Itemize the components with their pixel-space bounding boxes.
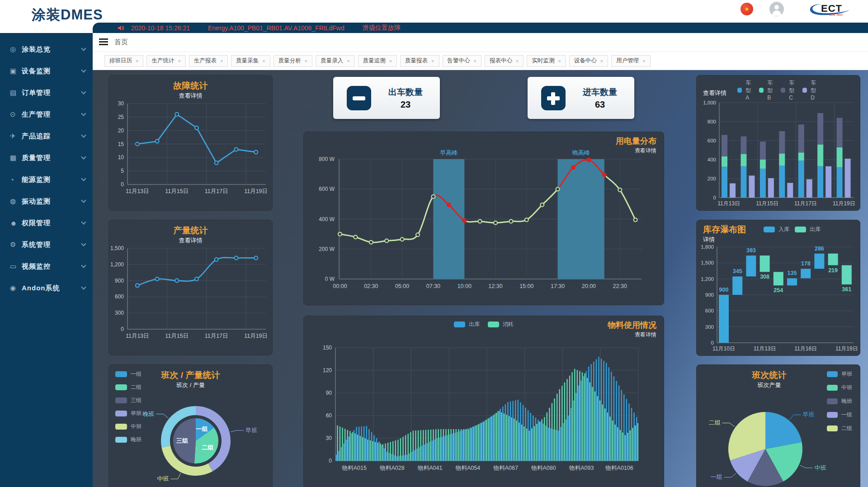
close-icon[interactable]: × [558,58,561,64]
close-icon[interactable]: × [431,58,434,64]
svg-text:300: 300 [705,324,714,330]
close-icon[interactable]: × [262,58,265,64]
breadcrumb-home[interactable]: 首页 [114,38,128,47]
card-label: 进车数量 [566,86,634,98]
svg-text:600: 600 [705,308,714,313]
svg-text:900: 900 [115,278,124,284]
svg-text:物料A054: 物料A054 [455,465,480,471]
sidebar-item-10[interactable]: ▭视频监控 [0,255,93,277]
tab-1[interactable]: 生产统计× [146,55,185,67]
svg-text:11月17日: 11月17日 [794,200,817,207]
svg-text:11月19日: 11月19日 [244,333,268,339]
sidebar-item-5[interactable]: ▦质量管理 [0,147,93,169]
chevron-down-icon [81,46,86,51]
sidebar-item-label: 订单管理 [22,89,82,97]
sidebar-item-7[interactable]: ◍振动监测 [0,190,93,212]
tab-label: 用户管理 [616,57,639,65]
close-icon[interactable]: × [474,58,476,64]
tab-11[interactable]: 设备中心× [569,55,608,67]
minus-icon[interactable] [347,86,371,110]
svg-text:11月17日: 11月17日 [205,333,228,339]
svg-text:0: 0 [713,195,716,200]
tab-12[interactable]: 用户管理× [611,55,650,67]
hamburger-menu-icon[interactable] [99,38,108,47]
ect-company-logo: ECT Inno Tech [808,2,854,17]
svg-text:11月13日: 11月13日 [126,188,149,194]
tab-9[interactable]: 报表中心× [485,55,524,67]
tab-6[interactable]: 质量追溯× [358,55,397,67]
svg-text:07:30: 07:30 [426,283,440,289]
tab-2[interactable]: 生产报表× [189,55,228,67]
sidebar-item-2[interactable]: ▤订单管理 [0,82,93,104]
svg-text:中班: 中班 [815,464,826,471]
plus-icon[interactable] [541,86,566,110]
sidebar-item-8[interactable]: ☻权限管理 [0,212,93,234]
svg-text:120: 120 [323,367,332,374]
tab-label: 告警中心 [448,57,470,65]
svg-text:11月19日: 11月19日 [244,188,268,194]
panel-shift-output: 班次 / 产量统计 班次 / 产量 一组二组三组早班中班晚班 早班中班晚班一组二… [108,364,273,487]
close-icon[interactable]: × [305,58,307,64]
tab-4[interactable]: 质量分析× [274,55,312,67]
svg-text:600: 600 [708,138,716,143]
sidebar-item-3[interactable]: ⊙生产管理 [0,104,93,125]
tab-label: 质量录入 [321,57,343,65]
close-icon[interactable]: × [516,58,519,64]
svg-text:11月13日: 11月13日 [754,345,776,352]
close-icon[interactable]: × [220,58,223,64]
sidebar-item-1[interactable]: ▣设备监测 [0,60,93,82]
svg-text:600 W: 600 W [319,186,335,192]
user-avatar[interactable] [769,2,784,16]
tab-3[interactable]: 质量采集× [231,55,270,67]
eye-icon: ◎ [10,45,22,53]
sidebar-item-label: 能源监测 [22,175,82,184]
user-icon: ☻ [10,219,22,227]
plane-icon: ✈ [10,132,22,140]
svg-text:393: 393 [746,247,756,254]
tab-5[interactable]: 质量录入× [316,55,354,67]
svg-text:20:00: 20:00 [582,283,596,289]
chevron-down-icon [81,176,86,181]
svg-text:晚班: 晚班 [142,411,154,417]
close-icon[interactable]: × [389,58,392,64]
close-icon[interactable]: × [347,58,349,64]
svg-text:0: 0 [329,458,332,464]
sidebar-item-11[interactable]: ◉Andon系统 [0,277,93,299]
alert-tag: Energy.A100_PB01_RB01.AV.A1006_FRtLdFwd [208,24,344,32]
sidebar-item-6[interactable]: ◔能源监测 [0,169,93,190]
sidebar-item-0[interactable]: ◎涂装总览 [0,38,93,60]
svg-text:800 W: 800 W [319,156,335,162]
svg-text:30: 30 [118,100,124,107]
chevron-down-icon [81,198,86,203]
close-icon[interactable]: × [136,58,138,64]
card-vehicles-out: 出车数量 23 [333,77,440,119]
sidebar-item-4[interactable]: ✈产品追踪 [0,125,93,147]
tab-0[interactable]: 排班日历× [104,55,143,67]
panel-shift-stats: 班次统计 班次产量 早班中班晚班一组二组 早班中班晚班一组二组 [696,364,860,487]
chevron-down-icon [81,284,86,289]
alert-ticker-bar: 2020-10-18 15:26:21 Energy.A100_PB01_RB0… [93,23,868,33]
close-icon[interactable]: × [642,58,645,64]
svg-text:一组: 一组 [196,426,208,432]
svg-text:135: 135 [788,270,797,276]
svg-text:17:30: 17:30 [551,283,565,289]
close-icon[interactable]: × [178,58,180,64]
panel-vehicle-models: 车型A车型B车型C车型D 查看详情 02004006008001,00011月1… [696,75,860,211]
svg-text:5: 5 [121,168,124,174]
svg-text:150: 150 [323,345,332,351]
tab-label: 生产报表 [194,57,217,65]
sidebar-item-label: 视频监控 [22,262,82,271]
tab-10[interactable]: 实时监测× [527,55,566,67]
svg-text:1,500: 1,500 [701,260,714,265]
sidebar-item-9[interactable]: ⚙系统管理 [0,234,93,255]
tab-7[interactable]: 质量报表× [400,55,439,67]
svg-text:300: 300 [115,310,124,316]
breadcrumb: 首页 [93,33,868,52]
language-flag-icon[interactable]: ★ [741,3,753,15]
close-icon[interactable]: × [600,58,603,64]
svg-text:11月17日: 11月17日 [205,188,228,194]
tab-label: 排班日历 [109,57,132,65]
svg-text:00:00: 00:00 [333,283,347,289]
tab-8[interactable]: 告警中心× [443,55,481,67]
svg-text:60: 60 [326,412,332,419]
